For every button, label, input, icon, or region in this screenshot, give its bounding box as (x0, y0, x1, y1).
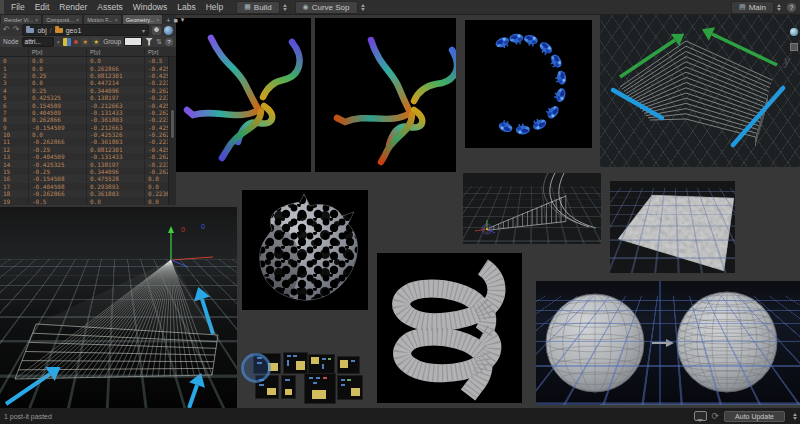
spheres-canvas (536, 281, 800, 405)
table-row[interactable]: 14-0.4253250.138197-0.223607 (0, 160, 176, 167)
table-row[interactable]: 30.00.447214-0.223607 (0, 79, 176, 86)
geometry-spreadsheet-pane: Render Vi...×Composit...×Motion F...×Geo… (0, 14, 176, 207)
node-label: Node (3, 38, 19, 45)
network-thumbnail[interactable] (283, 352, 308, 374)
tab-menu-icon[interactable]: ▾ (181, 16, 185, 24)
tab-close-icon[interactable]: × (35, 17, 38, 23)
menu-help[interactable]: Help (201, 2, 228, 12)
tab-motionf[interactable]: Motion F...× (83, 14, 122, 24)
network-thumbnail[interactable] (281, 375, 296, 399)
table-row[interactable]: 80.262866-0.361803-0.223607 (0, 116, 176, 123)
table-row[interactable]: 9-0.154509-0.212663-0.425325 (0, 124, 176, 131)
tab-rendervi[interactable]: Render Vi...× (0, 14, 42, 24)
app-edge (0, 0, 4, 14)
attribs-toggle-icon[interactable]: ★ (92, 38, 100, 46)
menu-labs[interactable]: Labs (172, 2, 200, 12)
statusbar: 1 post-it pasted ⟳ Auto Update (0, 408, 800, 424)
tab-close-icon[interactable]: × (76, 17, 79, 23)
point-vertex-toggle-icon[interactable] (63, 38, 71, 46)
noise-plane-canvas (610, 181, 735, 273)
table-row[interactable]: 16-0.1545080.4755280.0 (0, 175, 176, 182)
table-row[interactable]: 50.4253250.138197-0.223607 (0, 94, 176, 101)
spreadsheet-scrollbar[interactable] (168, 57, 176, 205)
help-button[interactable]: ? (787, 3, 796, 12)
refresh-icon[interactable]: ⟳ (712, 412, 720, 421)
menu-items: FileEditRenderAssetsWindowsLabsHelp (6, 2, 228, 12)
auto-update-button[interactable]: Auto Update (724, 411, 785, 422)
selection-ring (241, 353, 271, 383)
viewport-spheres[interactable] (536, 281, 800, 405)
layout-switcher-button[interactable]: ▤ Main (731, 1, 774, 14)
viewport-options-icon[interactable] (790, 43, 798, 51)
node-path-field[interactable]: obj / geo1 ▾ (22, 24, 149, 36)
nav-back-icon[interactable]: ↶ (3, 26, 10, 34)
spreadsheet-header: P[x] P[y] P[z] (0, 47, 176, 57)
nav-forward-icon[interactable]: ↷ (13, 26, 20, 34)
path-segment-geo1[interactable]: geo1 (66, 27, 82, 34)
network-thumbnail[interactable] (304, 373, 336, 404)
table-row[interactable]: 60.154509-0.212663-0.425325 (0, 101, 176, 108)
ray-fan-canvas: 0 0 (0, 207, 237, 408)
context-node-button[interactable]: ◉ Curve Sop (295, 1, 358, 14)
tab-close-icon[interactable]: × (115, 17, 118, 23)
tab-pane-icon[interactable]: ■ (173, 17, 177, 24)
tab-composit[interactable]: Composit...× (42, 14, 83, 24)
group-field[interactable] (124, 37, 142, 46)
table-row[interactable]: 17-0.4045080.2938930.0 (0, 183, 176, 190)
viewport-camera-icon[interactable] (790, 28, 798, 36)
update-mode-spinner[interactable] (793, 413, 797, 420)
column-header-px[interactable]: P[x] (28, 49, 86, 55)
table-row[interactable]: 11-0.262866-0.361803-0.223607 (0, 138, 176, 145)
table-row[interactable]: 15-0.250.344096-0.262865 (0, 168, 176, 175)
menu-edit[interactable]: Edit (30, 2, 55, 12)
menu-assets[interactable]: Assets (92, 2, 128, 12)
table-row[interactable]: 70.404509-0.131433-0.262865 (0, 109, 176, 116)
desktop-spinner[interactable] (283, 4, 287, 11)
path-segment-obj[interactable]: obj (37, 27, 46, 34)
image-rainbow-curve-1 (171, 18, 311, 172)
path-dropdown-icon[interactable]: ▾ (142, 27, 145, 34)
table-row[interactable]: 40.250.344096-0.262865 (0, 87, 176, 94)
menu-windows[interactable]: Windows (128, 2, 172, 12)
table-row[interactable]: 100.0-0.425326-0.262865 (0, 131, 176, 138)
table-row[interactable]: 20.250.0812301-0.425325 (0, 72, 176, 79)
desktop-switcher-button[interactable]: ▦ Build (236, 1, 279, 14)
viewport-loft[interactable]: y (600, 14, 800, 167)
prim-toggle-icon[interactable] (74, 40, 78, 44)
tab-geometry[interactable]: Geometry...× (122, 14, 164, 24)
node-name-field[interactable]: attri... (22, 37, 54, 47)
network-thumbnail[interactable] (308, 354, 335, 374)
network-thumbnail[interactable] (337, 356, 360, 374)
viewport-noise-plane[interactable] (610, 181, 735, 273)
table-row[interactable]: 10.00.262866-0.425325 (0, 64, 176, 71)
spiral-canvas (377, 253, 522, 403)
column-header-pz[interactable]: P[z] (144, 49, 176, 55)
clear-node-icon[interactable]: × (57, 39, 61, 45)
sort-icon[interactable]: ⇅ (156, 38, 162, 46)
table-row[interactable]: 12-0.250.0812301-0.425325 (0, 146, 176, 153)
pane-help-icon[interactable]: ? (165, 38, 173, 46)
layout-spinner[interactable] (777, 4, 781, 11)
table-row[interactable]: 00.00.0-0.5 (0, 57, 176, 64)
viewport-ruled-surface[interactable] (463, 173, 601, 244)
viewport-ray-fan[interactable]: 0 0 (0, 207, 237, 408)
network-thumbnail[interactable] (337, 375, 363, 400)
obj-folder-icon (26, 28, 34, 33)
menu-render[interactable]: Render (54, 2, 92, 12)
pin-icon[interactable] (152, 26, 161, 35)
table-row[interactable]: 13-0.404509-0.131433-0.262865 (0, 153, 176, 160)
status-message: 1 post-it pasted (0, 413, 52, 420)
menu-file[interactable]: File (6, 2, 30, 12)
comment-icon[interactable] (694, 411, 707, 421)
menubar: FileEditRenderAssetsWindowsLabsHelp ▦ Bu… (0, 0, 800, 15)
table-row[interactable]: 19-0.50.00.0 (0, 197, 176, 204)
detail-toggle-icon[interactable]: ★ (81, 38, 89, 46)
table-row[interactable]: 18-0.2628660.3618030.223607 (0, 190, 176, 197)
pane-tabs: Render Vi...×Composit...×Motion F...×Geo… (0, 14, 176, 24)
globe-icon[interactable] (164, 26, 173, 35)
context-spinner[interactable] (361, 4, 365, 11)
column-header-py[interactable]: P[y] (86, 49, 144, 55)
tab-close-icon[interactable]: × (156, 17, 159, 23)
filter-icon[interactable] (145, 38, 153, 46)
tab-add-button[interactable]: + (166, 17, 170, 24)
